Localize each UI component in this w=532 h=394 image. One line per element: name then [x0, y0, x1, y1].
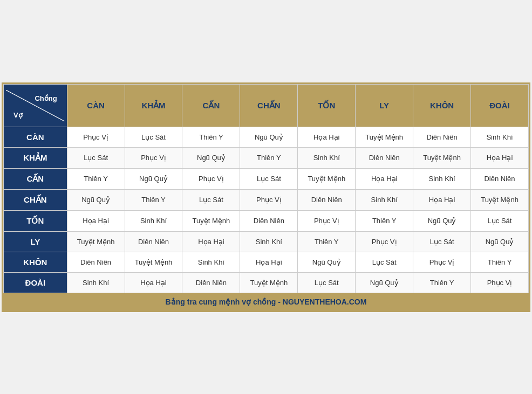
- cell-2-3: Lục Sát: [240, 168, 298, 189]
- cell-4-6: Ngũ Quỷ: [413, 210, 471, 231]
- cell-3-3: Phục Vị: [240, 189, 298, 210]
- cell-3-6: Họa Hại: [413, 189, 471, 210]
- cell-1-2: Ngũ Quỷ: [182, 147, 240, 168]
- cell-4-4: Phục Vị: [298, 210, 356, 231]
- cell-2-0: Thiên Y: [67, 168, 125, 189]
- cell-6-6: Phục Vị: [413, 252, 471, 272]
- cell-4-3: Diên Niên: [240, 210, 298, 231]
- col-header-7: ĐOÀI: [471, 84, 529, 127]
- cell-4-0: Họa Hại: [67, 210, 125, 231]
- cell-2-2: Phục Vị: [182, 168, 240, 189]
- cell-7-5: Ngũ Quỷ: [356, 272, 413, 293]
- cell-5-2: Họa Hại: [182, 231, 240, 252]
- col-header-3: CHẤN: [240, 84, 298, 127]
- footer-text: Bảng tra cung mệnh vợ chồng - NGUYENTHEH…: [166, 298, 367, 306]
- cell-4-1: Sinh Khí: [125, 210, 182, 231]
- col-header-1: KHẢM: [125, 84, 182, 127]
- cell-0-5: Tuyệt Mệnh: [356, 127, 413, 147]
- cell-3-7: Tuyệt Mệnh: [471, 189, 529, 210]
- cell-0-3: Ngũ Quỷ: [240, 127, 298, 147]
- row-header-4: TỐN: [4, 210, 67, 231]
- cell-7-1: Họa Hại: [125, 272, 182, 293]
- cell-7-0: Sinh Khí: [67, 272, 125, 293]
- footer-bar: Bảng tra cung mệnh vợ chồng - NGUYENTHEH…: [3, 293, 529, 310]
- cell-6-3: Họa Hại: [240, 252, 298, 272]
- row-header-7: ĐOÀI: [4, 272, 67, 293]
- row-header-6: KHÔN: [4, 252, 67, 272]
- cell-0-1: Lục Sát: [125, 127, 182, 147]
- cell-6-4: Ngũ Quỷ: [298, 252, 356, 272]
- cell-4-5: Thiên Y: [356, 210, 413, 231]
- cell-6-0: Diên Niên: [67, 252, 125, 272]
- cell-5-3: Sinh Khí: [240, 231, 298, 252]
- cell-0-2: Thiên Y: [182, 127, 240, 147]
- cell-3-2: Lục Sát: [182, 189, 240, 210]
- cell-3-0: Ngũ Quỷ: [67, 189, 125, 210]
- cell-5-5: Phục Vị: [356, 231, 413, 252]
- cell-2-7: Diên Niên: [471, 168, 529, 189]
- cell-7-4: Lục Sát: [298, 272, 356, 293]
- cell-6-1: Tuyệt Mệnh: [125, 252, 182, 272]
- cell-6-2: Sinh Khí: [182, 252, 240, 272]
- col-header-6: KHÔN: [413, 84, 471, 127]
- row-header-1: KHẢM: [4, 147, 67, 168]
- row-header-3: CHẤN: [4, 189, 67, 210]
- cell-1-5: Diên Niên: [356, 147, 413, 168]
- cell-2-1: Ngũ Quỷ: [125, 168, 182, 189]
- row-header-2: CẤN: [4, 168, 67, 189]
- cell-3-5: Sinh Khí: [356, 189, 413, 210]
- corner-header: Chồng Vợ: [4, 84, 67, 127]
- cell-0-4: Họa Hại: [298, 127, 356, 147]
- row-header-0: CÀN: [4, 127, 67, 147]
- cell-2-6: Sinh Khí: [413, 168, 471, 189]
- cell-6-5: Lục Sát: [356, 252, 413, 272]
- cell-6-7: Thiên Y: [471, 252, 529, 272]
- col-header-4: TỐN: [298, 84, 356, 127]
- cell-5-1: Diên Niên: [125, 231, 182, 252]
- cell-1-3: Thiên Y: [240, 147, 298, 168]
- col-header-5: LY: [356, 84, 413, 127]
- cell-5-0: Tuyệt Mệnh: [67, 231, 125, 252]
- cell-7-2: Diên Niên: [182, 272, 240, 293]
- cell-3-1: Thiên Y: [125, 189, 182, 210]
- cell-7-7: Phục Vị: [471, 272, 529, 293]
- cell-4-7: Lục Sát: [471, 210, 529, 231]
- compatibility-table: Chồng Vợ CÀN KHẢM CẤN CHẤN TỐN LY KHÔN Đ…: [3, 84, 529, 293]
- cell-1-0: Lục Sát: [67, 147, 125, 168]
- cell-1-1: Phục Vị: [125, 147, 182, 168]
- cell-4-2: Tuyệt Mệnh: [182, 210, 240, 231]
- cell-1-4: Sinh Khí: [298, 147, 356, 168]
- cell-5-4: Thiên Y: [298, 231, 356, 252]
- col-header-2: CẤN: [182, 84, 240, 127]
- cell-3-4: Diên Niên: [298, 189, 356, 210]
- cell-0-7: Sinh Khí: [471, 127, 529, 147]
- main-container: Chồng Vợ CÀN KHẢM CẤN CHẤN TỐN LY KHÔN Đ…: [2, 82, 530, 312]
- cell-0-6: Diên Niên: [413, 127, 471, 147]
- cell-5-7: Ngũ Quỷ: [471, 231, 529, 252]
- cell-5-6: Lục Sát: [413, 231, 471, 252]
- cell-0-0: Phục Vị: [67, 127, 125, 147]
- cell-7-6: Thiên Y: [413, 272, 471, 293]
- cell-2-4: Tuyệt Mệnh: [298, 168, 356, 189]
- col-header-0: CÀN: [67, 84, 125, 127]
- cell-2-5: Họa Hại: [356, 168, 413, 189]
- cell-7-3: Tuyệt Mệnh: [240, 272, 298, 293]
- corner-vo-label: Vợ: [9, 102, 62, 119]
- corner-chong-label: Chồng: [9, 92, 62, 102]
- cell-1-7: Họa Hại: [471, 147, 529, 168]
- row-header-5: LY: [4, 231, 67, 252]
- cell-1-6: Tuyệt Mệnh: [413, 147, 471, 168]
